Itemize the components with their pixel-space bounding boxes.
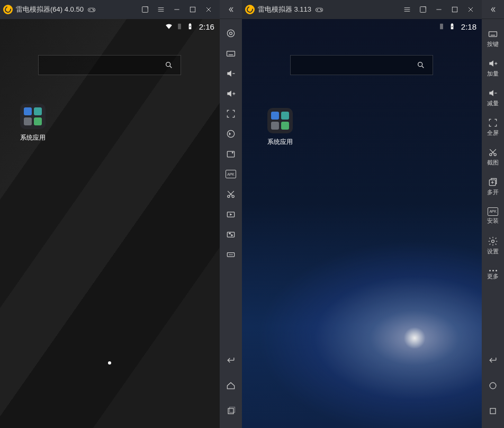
svg-rect-5 <box>142 7 148 13</box>
fullscreen-button[interactable]: 全屏 <box>482 112 504 142</box>
screenshot-button[interactable] <box>220 144 242 164</box>
minimize-icon[interactable] <box>169 0 185 19</box>
svg-rect-31 <box>227 151 234 157</box>
keymap-button[interactable] <box>220 43 242 63</box>
svg-marker-39 <box>230 213 232 215</box>
app-logo-icon <box>3 5 13 14</box>
svg-rect-40 <box>227 232 234 237</box>
sim-icon <box>438 23 445 30</box>
collapse-sidebar-button[interactable] <box>482 0 504 19</box>
settings-label: 设置 <box>487 248 499 256</box>
maximize-icon[interactable] <box>185 0 201 19</box>
search-icon <box>417 61 425 69</box>
gamepad-icon[interactable] <box>311 0 327 19</box>
nav-recent-button[interactable] <box>220 398 242 424</box>
android-statusbar: 2:16 <box>0 19 220 34</box>
close-icon[interactable] <box>201 0 217 19</box>
record-video-button[interactable] <box>220 204 242 224</box>
collapse-sidebar-button[interactable] <box>220 0 242 19</box>
nav-back-button[interactable] <box>482 348 504 373</box>
multi-window-icon[interactable] <box>415 0 431 19</box>
svg-point-79 <box>492 240 494 242</box>
titlebar-left: 雷电模拟器(64) 4.0.50 <box>0 0 220 19</box>
fullscreen-label: 全屏 <box>487 129 499 137</box>
svg-rect-62 <box>440 24 443 30</box>
volume-down-button[interactable] <box>220 63 242 84</box>
sidebar-right: 按键 加量 减量 全屏 截图 多开 APK 安装 设置 <box>482 0 504 428</box>
svg-rect-15 <box>190 23 191 24</box>
wifi-icon <box>165 23 173 30</box>
svg-point-4 <box>93 10 94 11</box>
folder-label: 系统应用 <box>264 138 296 147</box>
svg-rect-67 <box>489 31 497 36</box>
search-box[interactable] <box>38 55 181 75</box>
menu-icon[interactable] <box>153 0 169 19</box>
more-label: 更多 <box>487 272 499 280</box>
apk-icon: APK <box>226 170 236 178</box>
window-title: 雷电模拟器(64) 4.0.50 <box>16 5 84 14</box>
volume-up-label: 加量 <box>487 70 499 78</box>
gamepad-icon[interactable] <box>84 0 100 19</box>
nav-home-button[interactable] <box>482 373 504 398</box>
svg-rect-13 <box>178 24 181 30</box>
multi-window-icon[interactable] <box>137 0 153 19</box>
menu-icon[interactable] <box>399 0 415 19</box>
status-clock: 2:18 <box>461 22 476 31</box>
android-statusbar: 2:18 <box>242 19 482 34</box>
scissors-button[interactable] <box>220 184 242 204</box>
svg-point-42 <box>229 254 230 256</box>
settings-button[interactable]: 设置 <box>482 231 504 260</box>
system-apps-folder[interactable]: 系统应用 <box>264 108 296 147</box>
keymap-button[interactable]: 按键 <box>482 23 504 53</box>
multi-label: 多开 <box>487 188 499 196</box>
search-icon <box>165 61 173 69</box>
svg-point-18 <box>227 30 234 37</box>
emulator-instance-left: 雷电模拟器(64) 4.0.50 2:16 <box>0 0 220 428</box>
volume-up-button[interactable]: 加量 <box>482 53 504 83</box>
multi-instance-button[interactable]: 多开 <box>482 171 504 201</box>
svg-point-44 <box>232 254 233 256</box>
window-title: 雷电模拟器 3.113 <box>258 5 311 14</box>
svg-point-43 <box>230 254 231 256</box>
install-apk-button[interactable]: APK 安装 <box>482 201 504 231</box>
screenshot-button[interactable]: 截图 <box>482 142 504 171</box>
phone-screen-left[interactable]: 2:16 系统应用 <box>0 19 220 428</box>
nav-back-button[interactable] <box>220 348 242 373</box>
svg-point-35 <box>232 195 234 197</box>
shared-folder-button[interactable] <box>220 224 242 244</box>
close-icon[interactable] <box>463 0 479 19</box>
titlebar-right: 雷电模拟器 3.113 <box>242 0 482 19</box>
settings-gear-button[interactable] <box>220 23 242 43</box>
nav-home-button[interactable] <box>220 373 242 398</box>
minimize-icon[interactable] <box>431 0 447 19</box>
emulator-instance-right: 雷电模拟器 3.113 2:18 <box>242 0 482 428</box>
install-label: 安装 <box>487 217 499 225</box>
svg-rect-10 <box>190 7 195 12</box>
svg-point-73 <box>494 153 496 156</box>
volume-down-button[interactable]: 减量 <box>482 83 504 112</box>
svg-rect-57 <box>420 7 426 13</box>
battery-icon <box>186 23 194 30</box>
nav-recent-button[interactable] <box>482 398 504 424</box>
volume-down-label: 减量 <box>487 99 499 107</box>
svg-point-53 <box>321 10 321 11</box>
phone-screen-right[interactable]: 2:18 系统应用 <box>242 19 482 428</box>
maximize-icon[interactable] <box>447 0 463 19</box>
svg-rect-83 <box>490 408 496 414</box>
volume-up-button[interactable] <box>220 84 242 104</box>
system-apps-folder[interactable]: 系统应用 <box>17 104 49 142</box>
search-box[interactable] <box>290 55 433 75</box>
more-button[interactable]: 更多 <box>482 260 504 290</box>
install-apk-button[interactable]: APK <box>220 164 242 184</box>
svg-rect-20 <box>227 51 235 56</box>
folder-label: 系统应用 <box>17 133 49 142</box>
fullscreen-button[interactable] <box>220 104 242 124</box>
sim-icon <box>176 23 183 30</box>
svg-point-52 <box>320 9 321 10</box>
svg-line-66 <box>422 66 424 68</box>
folder-icon <box>267 108 293 133</box>
app-logo-icon <box>245 5 255 14</box>
more-button[interactable] <box>220 244 242 265</box>
rotate-button[interactable] <box>220 124 242 144</box>
svg-point-72 <box>490 153 492 156</box>
